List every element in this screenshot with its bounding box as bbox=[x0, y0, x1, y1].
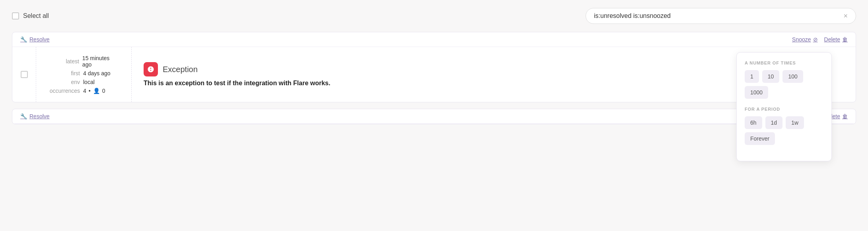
select-all-container: Select all bbox=[12, 12, 49, 20]
delete-label-1: Delete bbox=[824, 36, 840, 43]
occurrences-count: 4 bbox=[83, 88, 86, 94]
search-input[interactable] bbox=[594, 12, 839, 20]
stat-first-label: first bbox=[48, 70, 80, 76]
stat-first-value: 4 days ago bbox=[83, 70, 111, 76]
resolve-label-1: Resolve bbox=[29, 36, 50, 43]
snooze-time-1000[interactable]: 1000 bbox=[745, 86, 768, 99]
stat-latest: latest 15 minutes ago bbox=[48, 55, 119, 68]
snooze-times-options: 1 10 100 1000 bbox=[745, 70, 823, 99]
delete-button-1[interactable]: Delete 🗑 bbox=[824, 36, 848, 43]
snooze-period-forever[interactable]: Forever bbox=[745, 132, 775, 145]
snooze-icon-1: ⊘ bbox=[813, 36, 818, 43]
snooze-dropdown: A NUMBER OF TIMES 1 10 100 1000 FOR A PE… bbox=[736, 52, 832, 161]
bullet: • bbox=[89, 88, 91, 94]
card-header-1: 🔧 Resolve Snooze ⊘ Delete 🗑 bbox=[12, 32, 856, 47]
snooze-button-1[interactable]: Snooze ⊘ bbox=[792, 36, 817, 43]
card-actions-1: Snooze ⊘ Delete 🗑 bbox=[792, 36, 848, 43]
search-bar: × bbox=[586, 8, 856, 24]
snooze-period-1d[interactable]: 1d bbox=[765, 116, 783, 129]
snooze-label-1: Snooze bbox=[792, 36, 811, 43]
wrench-icon: 🔧 bbox=[20, 36, 27, 43]
top-bar: Select all × bbox=[12, 8, 856, 24]
select-all-checkbox[interactable] bbox=[12, 12, 19, 20]
snooze-period-6h[interactable]: 6h bbox=[745, 116, 762, 129]
search-clear-button[interactable]: × bbox=[843, 12, 848, 20]
exception-type: Exception bbox=[163, 65, 198, 74]
resolve-button-1[interactable]: 🔧 Resolve bbox=[20, 36, 50, 43]
card-header-2: 🔧 Resolve Snooze ⊘ Delete 🗑 bbox=[12, 109, 856, 124]
stat-first: first 4 days ago bbox=[48, 70, 119, 76]
stat-env-label: env bbox=[48, 79, 80, 85]
select-all-label[interactable]: Select all bbox=[23, 12, 49, 20]
issue-card-2: 🔧 Resolve Snooze ⊘ Delete 🗑 bbox=[12, 109, 856, 124]
snooze-period-label: FOR A PERIOD bbox=[745, 107, 823, 112]
card-stats-col-1: latest 15 minutes ago first 4 days ago e… bbox=[36, 47, 132, 102]
snooze-time-10[interactable]: 10 bbox=[762, 70, 780, 83]
exception-icon bbox=[144, 62, 158, 76]
delete-icon-2: 🗑 bbox=[842, 113, 848, 119]
stat-occurrences-value: 4 • 👤 0 bbox=[83, 88, 105, 94]
stat-occurrences: occurrences 4 • 👤 0 bbox=[48, 88, 119, 94]
stat-latest-label: latest bbox=[48, 58, 79, 65]
card-checkbox-col-1 bbox=[12, 47, 36, 102]
wrench-icon-2: 🔧 bbox=[20, 113, 27, 119]
stat-env-value: local bbox=[83, 79, 95, 85]
snooze-period-1w[interactable]: 1w bbox=[786, 116, 804, 129]
card-checkbox-1[interactable] bbox=[21, 71, 28, 78]
snooze-time-1[interactable]: 1 bbox=[745, 70, 759, 83]
snooze-times-label: A NUMBER OF TIMES bbox=[745, 61, 823, 65]
delete-icon-1: 🗑 bbox=[842, 36, 848, 43]
issue-card-1: 🔧 Resolve Snooze ⊘ Delete 🗑 latest 15 mi… bbox=[12, 32, 856, 102]
stat-occurrences-label: occurrences bbox=[48, 88, 80, 94]
resolve-button-2[interactable]: 🔧 Resolve bbox=[20, 113, 50, 119]
stat-env: env local bbox=[48, 79, 119, 85]
snooze-period-options: 6h 1d 1w Forever bbox=[745, 116, 823, 145]
snooze-time-100[interactable]: 100 bbox=[782, 70, 803, 83]
occurrences-users: 0 bbox=[102, 88, 105, 94]
person-icon: 👤 bbox=[93, 88, 100, 94]
card-body-1: latest 15 minutes ago first 4 days ago e… bbox=[12, 47, 856, 102]
resolve-label-2: Resolve bbox=[29, 113, 50, 119]
stat-latest-value: 15 minutes ago bbox=[82, 55, 119, 68]
